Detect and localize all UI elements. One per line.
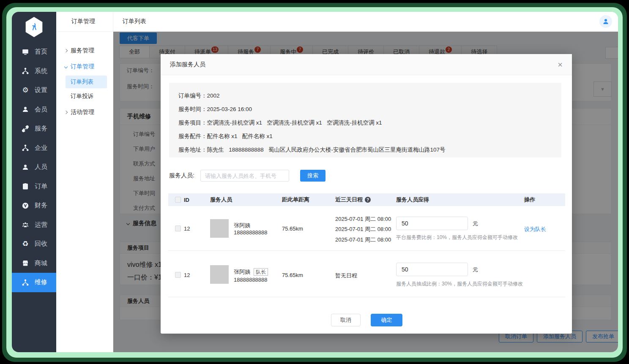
submenu-panel: 订单管理 服务管理 订单管理 订单列表 订单投诉 活动管理 (56, 12, 113, 352)
submenu-item-order-list[interactable]: 订单列表 (66, 76, 107, 88)
logo-figure-icon (29, 22, 40, 33)
sidebar-item-system[interactable]: 系统 (12, 62, 56, 81)
main-area: 订单列表 代客下单 全部 待支付 待派单13 待服务7 服务中7 已完成 待评价… (113, 12, 618, 352)
staff-table: ID 服务人员 距此单距离 近三天日程 ? 服务人员应得 操作 12 (168, 193, 565, 297)
staff-name-wrap: 张阿姨队长 (234, 268, 268, 276)
sidebar-item-label: 订单 (35, 182, 47, 190)
info-service-address: 服务地址：陈先生 18888888888 蜀山区人民政府办公大楼-安徽省合肥市蜀… (178, 143, 552, 157)
sidebar-item-personnel[interactable]: 人员 (12, 158, 56, 177)
submenu-group-service[interactable]: 服务管理 (56, 43, 113, 59)
user-avatar[interactable] (599, 15, 612, 28)
staff-name: 张阿姨 (234, 269, 250, 275)
info-service-items: 服务项目：空调清洗-挂机空调 x1 空调清洗-挂机空调 x1 空调清洗-挂机空调… (178, 116, 552, 130)
set-leader-link[interactable]: 设为队长 (524, 225, 546, 233)
chevron-right-icon (64, 111, 68, 114)
sidebar-item-label: 会员 (35, 106, 47, 114)
modal-header: 添加服务人员 × (161, 54, 572, 75)
sidebar-item-recycle[interactable]: ♻ 回收 (12, 234, 56, 254)
user-icon (602, 18, 610, 25)
sidebar-item-orders[interactable]: 订单 (12, 177, 56, 196)
col-staff: 服务人员 (210, 193, 232, 206)
submenu-group-activity[interactable]: 活动管理 (56, 104, 113, 120)
sidebar-item-label: 首页 (35, 48, 47, 56)
submenu-group-label: 活动管理 (71, 109, 94, 116)
user-icon (21, 163, 30, 171)
sidebar-item-label: 商城 (35, 259, 47, 267)
staff-id: 12 (184, 225, 190, 232)
staff-id: 12 (184, 272, 190, 278)
staff-distance: 75.65km (282, 272, 303, 278)
submenu-title: 订单管理 (56, 12, 113, 32)
submenu-item-order-complaints[interactable]: 订单投诉 (66, 90, 107, 103)
sidebar-item-repair[interactable]: 维修 (12, 273, 56, 292)
sidebar-item-finance[interactable]: 财务 (12, 196, 56, 215)
org-icon (21, 144, 30, 152)
order-info-box: 订单编号：2002 服务时间：2025-03-26 16:00 服务项目：空调清… (169, 83, 561, 158)
sidebar-item-label: 财务 (35, 201, 47, 209)
col-distance: 距此单距离 (282, 193, 309, 206)
col-id: ID (184, 193, 189, 206)
info-service-time: 服务时间：2025-03-26 16:00 (178, 103, 552, 116)
link-icon (21, 125, 30, 133)
sidebar-item-label: 回收 (35, 240, 47, 248)
help-icon[interactable]: ? (365, 197, 371, 203)
schedule-line: 暂无日程 (335, 272, 357, 280)
sidebar-item-home[interactable]: 首页 (12, 42, 56, 62)
earning-input[interactable] (396, 217, 468, 230)
staff-table-header: ID 服务人员 距此单距离 近三天日程 ? 服务人员应得 操作 (168, 193, 565, 206)
schedule-line: 2025-07-01 周二 08:00 (335, 236, 391, 244)
close-icon[interactable]: × (558, 60, 563, 69)
org-icon (21, 278, 30, 287)
staff-row: 12 张阿姨队长 18888888888 75.65km 暂无日程 元 服务人员… (168, 251, 565, 297)
row-checkbox[interactable] (175, 272, 181, 278)
logo (12, 12, 56, 42)
content-area: 代客下单 全部 待支付 待派单13 待服务7 服务中7 已完成 待评价 已取消 … (113, 32, 618, 352)
sidebar-item-enterprise[interactable]: 企业 (12, 139, 56, 158)
sidebar-item-label: 维修 (35, 278, 47, 286)
sidebar-item-label: 设置 (35, 86, 47, 94)
search-button[interactable]: 搜索 (300, 170, 325, 182)
earning-input[interactable] (396, 263, 468, 276)
submenu-group-order[interactable]: 订单管理 (56, 59, 113, 75)
store-icon (21, 259, 30, 267)
sidebar: 首页 系统 ⚙ 设置 会员 服务 企业 人员 订单 (12, 12, 56, 352)
modal-title: 添加服务人员 (170, 61, 205, 68)
col-earning: 服务人员应得 (396, 193, 429, 206)
cancel-button[interactable]: 取消 (331, 314, 361, 326)
staff-phone: 18888888888 (234, 277, 268, 283)
staff-search-label: 服务人员: (169, 172, 200, 179)
finance-icon (21, 201, 30, 210)
page-tab-order-list[interactable]: 订单列表 (123, 18, 146, 25)
select-all-checkbox[interactable] (175, 197, 181, 203)
schedule-line: 2025-07-01 周二 08:00 (335, 225, 391, 233)
row-checkbox[interactable] (175, 225, 181, 231)
main-header: 订单列表 (113, 12, 618, 32)
submenu-group-label: 订单管理 (71, 63, 94, 71)
add-staff-modal: 添加服务人员 × 订单编号：2002 服务时间：2025-03-26 16:00… (161, 54, 572, 334)
staff-search-input[interactable] (200, 170, 289, 182)
col-action: 操作 (524, 193, 535, 206)
sidebar-item-mall[interactable]: 商城 (12, 254, 56, 273)
staff-avatar (210, 219, 229, 238)
sidebar-item-services[interactable]: 服务 (12, 119, 56, 139)
user-icon (21, 105, 30, 114)
staff-name: 张阿姨 (234, 222, 250, 229)
leader-tag: 队长 (254, 268, 268, 276)
staff-row: 12 张阿姨 18888888888 75.65km 2025-07-01 周二… (168, 206, 565, 251)
sidebar-item-members[interactable]: 会员 (12, 100, 56, 120)
sidebar-item-operations[interactable]: 运营 (12, 215, 56, 235)
monitor-icon (21, 48, 30, 56)
sidebar-item-label: 人员 (35, 163, 47, 171)
staff-search-row: 服务人员: 搜索 (169, 170, 325, 182)
sidebar-item-label: 服务 (35, 125, 47, 133)
modal-footer: 取消 确定 (161, 314, 572, 327)
sidebar-item-label: 企业 (35, 144, 47, 152)
submenu-group-label: 服务管理 (71, 47, 94, 54)
confirm-button[interactable]: 确定 (371, 314, 402, 326)
sidebar-item-label: 系统 (35, 67, 47, 75)
earning-note: 服务人员抽成比例：30%，服务人员应得金额可手动修改 (396, 280, 523, 288)
app-window: 首页 系统 ⚙ 设置 会员 服务 企业 人员 订单 (12, 12, 618, 352)
sidebar-item-settings[interactable]: ⚙ 设置 (12, 81, 56, 100)
clipboard-icon (21, 182, 30, 190)
people-icon (21, 220, 30, 229)
